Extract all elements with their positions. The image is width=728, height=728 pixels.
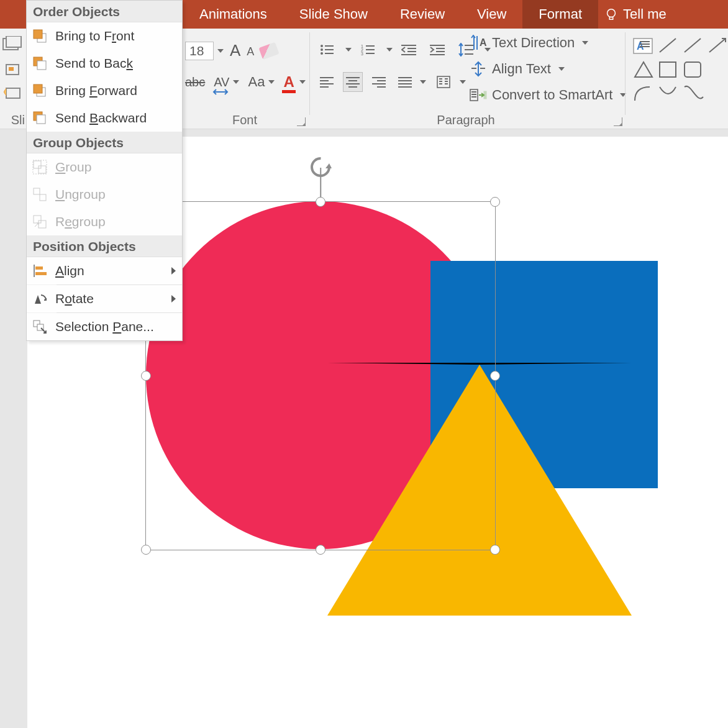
ctx-send-backward[interactable]: Send Backward (27, 104, 182, 132)
ctx-regroup: Regroup (27, 208, 182, 235)
increase-indent-button[interactable] (427, 40, 447, 60)
font-size-combo[interactable]: 18 (185, 42, 214, 60)
tell-me[interactable]: Tell me (598, 0, 673, 29)
handle-br[interactable] (490, 545, 500, 555)
ctx-group-label: Group (55, 160, 91, 175)
font-group-label: Font (184, 113, 306, 127)
svg-marker-80 (35, 295, 41, 304)
change-case-button[interactable]: Aa (248, 74, 265, 90)
reset-icon[interactable] (5, 63, 22, 78)
svg-rect-11 (325, 49, 334, 50)
slide-thumbnails-strip[interactable] (0, 129, 27, 728)
justify-button[interactable] (395, 72, 415, 92)
svg-text:A: A (480, 37, 487, 48)
tab-review[interactable]: Review (384, 0, 461, 29)
svg-rect-65 (37, 61, 46, 70)
svg-rect-76 (39, 221, 46, 228)
font-size-row: 18 A A (185, 41, 278, 60)
svg-rect-78 (35, 266, 43, 270)
char-spacing-label: AV (214, 75, 229, 89)
ctx-bring-forward-label: Bring Forward (55, 83, 137, 98)
bullets-button[interactable] (317, 40, 337, 60)
ctx-send-to-back[interactable]: Send to Back (27, 50, 182, 77)
align-left-button[interactable] (317, 72, 337, 92)
justify-dropdown-icon[interactable] (420, 80, 426, 84)
align-text-dropdown-icon (558, 67, 565, 71)
handle-ml[interactable] (141, 371, 151, 381)
svg-rect-67 (34, 84, 42, 93)
text-direction-button[interactable]: A Text Direction (470, 35, 588, 51)
ctx-bring-to-front[interactable]: Bring to Front (27, 22, 182, 50)
handle-bc[interactable] (316, 545, 325, 555)
send-backward-icon (32, 110, 48, 126)
ctx-regroup-label: Regroup (55, 214, 106, 229)
submenu-arrow-icon (171, 267, 176, 275)
bullets-dropdown-icon[interactable] (345, 48, 352, 52)
tab-slide-show[interactable]: Slide Show (283, 0, 384, 29)
font-color-button[interactable]: A (283, 73, 294, 91)
convert-smartart-button[interactable]: Convert to SmartArt (470, 87, 626, 103)
svg-rect-44 (480, 68, 485, 69)
strikethrough-button[interactable]: abc (185, 75, 205, 89)
svg-rect-35 (439, 81, 442, 82)
svg-rect-25 (436, 48, 445, 49)
rotation-handle[interactable] (309, 156, 332, 181)
columns-button[interactable] (434, 72, 453, 92)
align-text-label: Align Text (492, 61, 551, 77)
handle-tc[interactable] (316, 197, 325, 207)
new-slide-icon[interactable] (2, 36, 25, 53)
ctx-send-to-back-label: Send to Back (55, 56, 133, 71)
ctx-align[interactable]: Align (27, 257, 182, 284)
ctx-selection-pane[interactable]: Selection Pane... (27, 313, 182, 340)
decrease-indent-button[interactable] (399, 40, 419, 60)
svg-point-10 (321, 48, 323, 51)
tab-format[interactable]: Format (522, 0, 598, 29)
ctx-rotate[interactable]: Rotate (27, 285, 182, 312)
svg-text:3: 3 (361, 52, 363, 55)
tab-animations[interactable]: Animations (183, 0, 283, 29)
svg-rect-5 (9, 67, 14, 71)
paragraph-row-2 (314, 72, 466, 92)
align-right-button[interactable] (369, 72, 389, 92)
paragraph-group-launcher[interactable] (614, 117, 622, 126)
columns-dropdown-icon[interactable] (460, 80, 466, 84)
svg-marker-58 (635, 62, 652, 77)
decrease-font-size[interactable]: A (247, 45, 254, 60)
ribbon-left-partial: Sli (0, 29, 27, 129)
font-size-value: 18 (189, 43, 204, 58)
svg-rect-22 (407, 51, 416, 52)
change-case-dropdown-icon[interactable] (268, 80, 275, 84)
handle-mr[interactable] (490, 371, 500, 381)
svg-rect-59 (685, 62, 701, 77)
svg-rect-37 (439, 83, 442, 84)
increase-font-size[interactable]: A (230, 41, 240, 60)
numbering-dropdown-icon[interactable] (386, 48, 393, 52)
font-color-dropdown-icon[interactable] (299, 80, 306, 84)
handle-tr[interactable] (490, 197, 500, 207)
svg-rect-36 (445, 81, 448, 82)
align-center-button[interactable] (343, 72, 363, 92)
svg-point-0 (607, 9, 616, 17)
font-row-2: abc AV Aa A (185, 73, 306, 91)
font-size-dropdown-icon[interactable] (217, 49, 224, 53)
char-spacing-button[interactable]: AV (214, 75, 229, 89)
align-icon (32, 263, 48, 279)
align-text-button[interactable]: Align Text (470, 61, 565, 77)
svg-rect-79 (35, 272, 47, 275)
convert-smartart-label: Convert to SmartArt (492, 87, 612, 103)
section-icon[interactable] (4, 86, 22, 101)
char-spacing-dropdown-icon[interactable] (233, 80, 239, 84)
handle-bl[interactable] (141, 545, 151, 555)
font-group-launcher[interactable] (297, 117, 306, 126)
svg-rect-72 (33, 160, 47, 174)
svg-rect-54 (640, 46, 650, 47)
clear-formatting-icon[interactable] (259, 42, 280, 59)
text-direction-label: Text Direction (492, 35, 575, 51)
svg-rect-31 (465, 53, 473, 55)
tab-view[interactable]: View (461, 0, 522, 29)
ctx-bring-forward[interactable]: Bring Forward (27, 77, 182, 104)
numbering-button[interactable]: 123 (358, 40, 378, 60)
shapes-gallery[interactable]: A (631, 36, 728, 113)
svg-rect-43 (471, 68, 476, 69)
svg-rect-73 (34, 188, 40, 194)
